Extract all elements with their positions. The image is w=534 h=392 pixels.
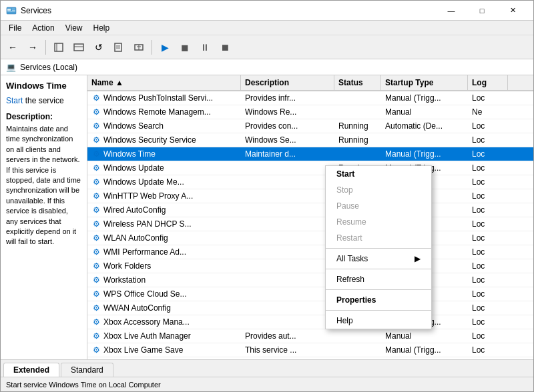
forward-button[interactable]: → xyxy=(23,38,42,57)
service-log: Loc xyxy=(468,161,508,175)
table-row[interactable]: ⚙ Windows PushToInstall Servi... Provide… xyxy=(87,91,533,105)
description-label: Description: xyxy=(6,112,81,121)
service-icon: ⚙ xyxy=(91,247,101,257)
ctx-item-properties[interactable]: Properties xyxy=(326,292,431,308)
address-text: Services (Local) xyxy=(20,63,77,72)
service-icon: ⚙ xyxy=(91,149,101,159)
table-row[interactable]: ⚙ Work Folders Manual Loc xyxy=(87,259,533,273)
ctx-item-refresh[interactable]: Refresh xyxy=(326,271,431,287)
service-log: Loc xyxy=(468,273,508,287)
table-row[interactable]: ⚙ Wired AutoConfig Manual Loc xyxy=(87,203,533,217)
service-status: Running xyxy=(334,133,381,147)
tab-standard[interactable]: Standard xyxy=(61,363,113,377)
ctx-item-help[interactable]: Help xyxy=(326,313,431,329)
ctx-item-resume: Resume xyxy=(326,214,431,230)
service-desc xyxy=(241,315,334,329)
service-name: Workstation xyxy=(103,275,146,285)
col-name[interactable]: Name ▲ xyxy=(87,75,241,90)
table-row[interactable]: ⚙ WWAN AutoConfig Manual Loc xyxy=(87,301,533,315)
export-button[interactable] xyxy=(109,38,128,57)
ctx-item-restart: Restart xyxy=(326,230,431,246)
pause-button[interactable]: ⏸ xyxy=(196,38,214,57)
show-tabs-button[interactable] xyxy=(69,38,88,57)
col-startup[interactable]: Startup Type xyxy=(381,75,468,90)
table-row[interactable]: ⚙ Windows Security Service Windows Se...… xyxy=(87,133,533,147)
service-log: Loc xyxy=(468,231,508,245)
service-startup: Manual (Trigg... xyxy=(381,343,468,357)
ctx-item-all-tasks[interactable]: All Tasks▶ xyxy=(326,251,431,267)
service-status xyxy=(334,147,381,161)
tab-extended[interactable]: Extended xyxy=(3,363,59,377)
service-name: Windows Update xyxy=(103,163,164,173)
svg-rect-7 xyxy=(74,44,83,51)
service-name: Work Folders xyxy=(103,261,151,271)
back-button[interactable]: ← xyxy=(3,38,22,57)
menu-view[interactable]: View xyxy=(60,22,88,34)
table-row[interactable]: ⚙ WPS Office Cloud Se... Manual Loc xyxy=(87,287,533,301)
menu-file[interactable]: File xyxy=(3,22,27,34)
service-log: Loc xyxy=(468,133,508,147)
service-log: Loc xyxy=(468,91,508,105)
menu-action[interactable]: Action xyxy=(27,22,59,34)
menu-help[interactable]: Help xyxy=(88,22,115,34)
table-row[interactable]: ⚙ Wireless PAN DHCP S... Manual Loc xyxy=(87,217,533,231)
table-row[interactable]: ⚙ WMI Performance Ad... Manual Loc xyxy=(87,245,533,259)
service-desc xyxy=(241,273,334,287)
refresh-button[interactable]: ↺ xyxy=(89,38,108,57)
service-name: Windows Search xyxy=(103,121,164,131)
table-row[interactable]: ⚙ Workstation Running Automatic Loc xyxy=(87,273,533,287)
ctx-item-pause: Pause xyxy=(326,198,431,214)
table-row[interactable]: ⚙ Windows Remote Managem... Windows Re..… xyxy=(87,105,533,119)
service-icon: ⚙ xyxy=(91,303,101,313)
service-desc xyxy=(241,175,334,189)
svg-rect-2 xyxy=(12,9,15,9)
action-button[interactable] xyxy=(129,38,148,57)
close-button[interactable]: ✕ xyxy=(497,1,528,21)
service-log: Loc xyxy=(468,175,508,189)
table-row[interactable]: ⚙ WinHTTP Web Proxy A... Running Manual … xyxy=(87,189,533,203)
table-row[interactable]: ⚙ Xbox Accessory Mana... Manual (Trigg..… xyxy=(87,315,533,329)
window-controls: — □ ✕ xyxy=(436,1,528,21)
table-row[interactable]: ⚙ Xbox Live Game Save This service ... M… xyxy=(87,343,533,357)
col-log[interactable]: Log xyxy=(468,75,508,90)
ctx-separator xyxy=(326,289,431,290)
service-log: Loc xyxy=(468,217,508,231)
table-row[interactable]: ⚙ Windows Time Maintainer d... Manual (T… xyxy=(87,147,533,161)
service-log: Loc xyxy=(468,301,508,315)
table-row[interactable]: ⚙ Xbox Live Auth Manager Provides aut...… xyxy=(87,329,533,343)
restart-button[interactable]: ⏹ xyxy=(216,38,234,57)
service-log: Loc xyxy=(468,147,508,161)
service-icon: ⚙ xyxy=(91,107,101,117)
service-icon: ⚙ xyxy=(91,261,101,271)
service-name: Windows Update Me... xyxy=(103,177,184,187)
service-log: Loc xyxy=(468,343,508,357)
maximize-button[interactable]: □ xyxy=(467,1,497,21)
services-window: Services — □ ✕ File Action View Help ← →… xyxy=(0,0,534,392)
service-icon: ⚙ xyxy=(91,177,101,187)
minimize-button[interactable]: — xyxy=(436,1,467,21)
stop-button[interactable]: ◼ xyxy=(176,38,194,57)
service-icon: ⚙ xyxy=(91,317,101,327)
service-desc xyxy=(241,189,334,203)
status-bar: Start service Windows Time on Local Comp… xyxy=(1,377,533,391)
table-row[interactable]: ⚙ WLAN AutoConfig Running Automatic Loc xyxy=(87,231,533,245)
show-console-button[interactable] xyxy=(49,38,68,57)
app-icon xyxy=(6,5,17,16)
table-row[interactable]: ⚙ Windows Search Provides con... Running… xyxy=(87,119,533,133)
table-row[interactable]: ⚙ Windows Update Me... Manual Loc xyxy=(87,175,533,189)
service-desc: This service ... xyxy=(241,343,334,357)
service-desc xyxy=(241,301,334,315)
col-status[interactable]: Status xyxy=(334,75,381,90)
ctx-item-start[interactable]: Start xyxy=(326,166,431,182)
play-button[interactable]: ▶ xyxy=(156,38,174,57)
service-name: WLAN AutoConfig xyxy=(103,233,168,243)
service-desc: Provides con... xyxy=(241,119,334,133)
toolbar: ← → ↺ ▶ ◼ ⏸ ⏹ xyxy=(1,35,533,59)
table-row[interactable]: ⚙ Windows Update Running Manual (Trigg..… xyxy=(87,161,533,175)
col-desc[interactable]: Description xyxy=(241,75,334,90)
service-name: Xbox Live Game Save xyxy=(103,345,183,355)
start-service-link[interactable]: Start xyxy=(6,96,23,105)
service-desc xyxy=(241,259,334,273)
service-log: Loc xyxy=(468,203,508,217)
address-icon: 💻 xyxy=(6,63,16,72)
